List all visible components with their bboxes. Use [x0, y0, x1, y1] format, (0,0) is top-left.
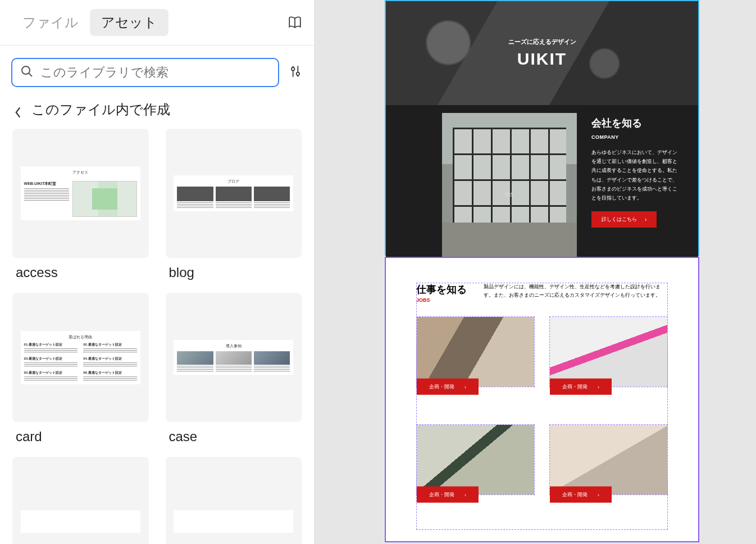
search-row: [0, 46, 314, 93]
panel-tabs: ファイル アセット: [0, 0, 314, 46]
company-text: 会社を知る COMPANY あらゆるビジネスにおいて、デザインを通じて新しい価値…: [591, 116, 681, 259]
job-image: [550, 317, 667, 387]
job-button[interactable]: 企画・開発›: [550, 487, 612, 503]
frame-jobs[interactable]: 仕事を知る JOBS 製品デザインには、機能性、デザイン性、生産性などを考慮した…: [385, 257, 699, 542]
asset-thumb: [12, 457, 149, 544]
company-image: 理念: [442, 113, 577, 259]
button-label: 企画・開発: [429, 383, 454, 391]
job-card[interactable]: 企画・開発›: [416, 316, 535, 387]
mini-title: アクセス: [72, 170, 88, 175]
asset-thumb: 選ばれる理由 01.最適なターゲット設定 02.最適なターゲット設定 03.最適…: [12, 293, 149, 422]
svg-point-5: [297, 72, 299, 75]
search-icon: [20, 65, 34, 80]
breadcrumb-label: このファイル内で作成: [31, 101, 170, 119]
job-button[interactable]: 企画・開発›: [417, 487, 479, 503]
job-button[interactable]: 企画・開発›: [417, 379, 479, 395]
job-card[interactable]: 企画・開発›: [416, 424, 535, 495]
company-cta-button[interactable]: 詳しくはこちら ›: [591, 211, 657, 228]
svg-line-1: [29, 73, 32, 76]
asset-label: blog: [166, 265, 302, 280]
job-card[interactable]: 企画・開発›: [549, 424, 668, 495]
asset-label: case: [166, 429, 302, 445]
company-body: あらゆるビジネスにおいて、デザインを通じて新しい価値を創造し、顧客と共に成長する…: [591, 148, 681, 202]
frame-hero-company[interactable]: ニーズに応えるデザイン UIKIT 理念 会社を知る COMPANY あらゆるビ…: [385, 0, 699, 256]
search-input[interactable]: [40, 65, 270, 80]
asset-blog[interactable]: ブログ blog: [166, 129, 302, 280]
search-field[interactable]: [11, 58, 279, 87]
asset-partial-2[interactable]: [166, 457, 302, 544]
asset-thumb: [166, 457, 302, 544]
mini-heading: WEB-UIKIT本町堂: [24, 181, 70, 187]
mini-title: ブログ: [177, 179, 290, 184]
jobs-dashed-container: 仕事を知る JOBS 製品デザインには、機能性、デザイン性、生産性などを考慮した…: [416, 283, 668, 495]
company-title: 会社を知る: [591, 116, 681, 130]
tab-assets[interactable]: アセット: [90, 9, 168, 36]
asset-thumb: ブログ: [166, 129, 302, 258]
button-label: 企画・開発: [562, 491, 588, 498]
filter-icon[interactable]: [288, 64, 303, 81]
hero-brand: UIKIT: [517, 49, 567, 69]
asset-card[interactable]: 選ばれる理由 01.最適なターゲット設定 02.最適なターゲット設定 03.最適…: [12, 293, 149, 445]
job-image: [550, 425, 667, 495]
company-caption: 理念: [505, 192, 514, 198]
breadcrumb-row[interactable]: このファイル内で作成: [0, 93, 314, 129]
chevron-right-icon: ›: [464, 384, 466, 389]
chevron-right-icon: ›: [598, 492, 599, 497]
company-section: 理念 会社を知る COMPANY あらゆるビジネスにおいて、デザインを通じて新し…: [386, 105, 698, 259]
canvas[interactable]: ニーズに応えるデザイン UIKIT 理念 会社を知る COMPANY あらゆるビ…: [315, 0, 756, 544]
job-card[interactable]: 企画・開発›: [549, 316, 668, 387]
job-image: [417, 317, 534, 387]
chevron-left-icon: [13, 105, 22, 114]
button-label: 企画・開発: [429, 491, 454, 498]
svg-point-0: [22, 66, 30, 74]
button-label: 企画・開発: [562, 383, 588, 391]
tab-file[interactable]: ファイル: [11, 9, 90, 36]
svg-point-3: [292, 67, 294, 70]
mini-title: 選ばれる理由: [24, 334, 137, 340]
asset-label: card: [12, 429, 149, 445]
chevron-right-icon: ›: [464, 492, 466, 497]
job-button[interactable]: 企画・開発›: [550, 379, 612, 395]
jobs-subtitle: JOBS: [416, 297, 467, 303]
chevron-right-icon: ›: [645, 216, 646, 223]
hero-tagline: ニーズに応えるデザイン: [508, 38, 576, 46]
job-image: [417, 425, 534, 495]
hero-section: ニーズに応えるデザイン UIKIT: [386, 1, 698, 105]
button-label: 詳しくはこちら: [602, 216, 637, 223]
jobs-desc: 製品デザインには、機能性、デザイン性、生産性などを考慮した設計を行います。また、…: [484, 283, 668, 300]
library-icon[interactable]: [287, 15, 303, 30]
jobs-header: 仕事を知る JOBS 製品デザインには、機能性、デザイン性、生産性などを考慮した…: [416, 283, 668, 303]
asset-grid: アクセス WEB-UIKIT本町堂 access ブログ: [0, 129, 314, 544]
asset-thumb: 導入事例: [166, 293, 302, 422]
asset-partial-1[interactable]: [12, 457, 149, 544]
mini-title: 導入事例: [177, 343, 290, 349]
jobs-grid: 企画・開発› 企画・開発› 企画・開発› 企画・開発›: [416, 316, 668, 495]
assets-panel: ファイル アセット このファイル内で作成 アクセス: [0, 0, 315, 544]
company-subtitle: COMPANY: [591, 134, 681, 140]
jobs-title: 仕事を知る: [416, 283, 467, 296]
asset-label: access: [12, 265, 149, 280]
asset-thumb: アクセス WEB-UIKIT本町堂: [12, 129, 149, 258]
chevron-right-icon: ›: [598, 384, 599, 389]
asset-case[interactable]: 導入事例 case: [166, 293, 302, 445]
asset-access[interactable]: アクセス WEB-UIKIT本町堂 access: [12, 129, 149, 280]
